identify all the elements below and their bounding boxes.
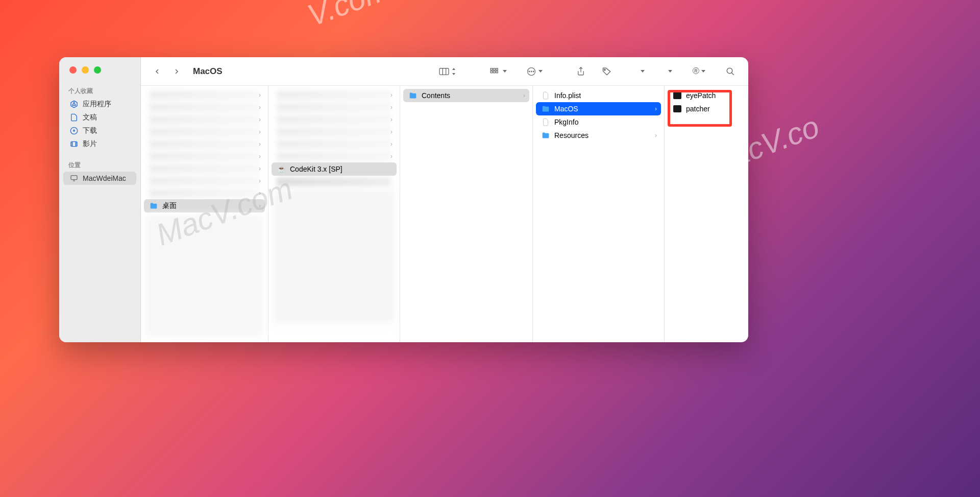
list-item-resources[interactable]: Resources › bbox=[536, 129, 661, 142]
sidebar-label: 下载 bbox=[83, 126, 97, 135]
folder-icon bbox=[149, 201, 158, 210]
svg-rect-4 bbox=[491, 68, 493, 70]
blurred-content bbox=[146, 215, 263, 337]
svg-point-15 bbox=[727, 68, 732, 74]
list-item[interactable]: › bbox=[272, 138, 397, 150]
view-columns-button[interactable] bbox=[434, 65, 460, 78]
minimize-button[interactable] bbox=[82, 66, 89, 74]
list-item-contents[interactable]: Contents › bbox=[403, 89, 529, 102]
list-item[interactable]: › bbox=[144, 113, 265, 126]
java-icon: ☕ bbox=[277, 164, 286, 174]
svg-rect-9 bbox=[496, 71, 498, 73]
window-controls bbox=[69, 66, 101, 74]
list-item[interactable]: › bbox=[144, 126, 265, 138]
list-item-pkginfo[interactable]: PkgInfo bbox=[536, 115, 661, 129]
movie-icon bbox=[69, 139, 79, 149]
action-button[interactable] bbox=[522, 64, 547, 79]
maximize-button[interactable] bbox=[94, 66, 101, 74]
list-item[interactable]: › bbox=[272, 89, 397, 101]
item-label: patcher bbox=[686, 105, 710, 113]
back-button[interactable] bbox=[150, 64, 164, 79]
list-item-codekit[interactable]: ☕ CodeKit 3.x [SP] bbox=[272, 162, 397, 176]
dropdown-1[interactable] bbox=[636, 68, 649, 75]
list-item[interactable]: › bbox=[144, 150, 265, 162]
sidebar-item-movies[interactable]: 影片 bbox=[63, 137, 136, 151]
list-item[interactable]: › bbox=[272, 113, 397, 126]
list-item[interactable]: › bbox=[144, 101, 265, 113]
list-item-eyepatch[interactable]: eyePatch bbox=[668, 89, 745, 102]
sidebar-label: 应用程序 bbox=[83, 100, 111, 109]
svg-rect-1 bbox=[71, 141, 77, 146]
svg-point-12 bbox=[529, 71, 530, 72]
svg-rect-2 bbox=[71, 176, 77, 180]
sidebar-section-locations: 位置 bbox=[59, 158, 140, 172]
exec-icon bbox=[673, 91, 682, 100]
exec-icon bbox=[673, 104, 682, 113]
folder-icon bbox=[408, 91, 418, 100]
sidebar-item-downloads[interactable]: 下载 bbox=[63, 124, 136, 137]
app-store-icon bbox=[69, 100, 79, 109]
list-item[interactable]: › bbox=[144, 89, 265, 101]
column-1[interactable]: › › › › › › › › › 桌面 › bbox=[141, 86, 268, 342]
column-5[interactable]: eyePatch patcher bbox=[665, 86, 748, 342]
svg-rect-5 bbox=[493, 68, 495, 70]
sidebar-label: MacWdeiMac bbox=[83, 174, 126, 182]
list-item[interactable]: › bbox=[272, 126, 397, 138]
toolbar: MacOS ® bbox=[141, 57, 748, 86]
sidebar-label: 文稿 bbox=[83, 113, 97, 122]
list-item[interactable]: › bbox=[144, 187, 265, 199]
sidebar-item-documents[interactable]: 文稿 bbox=[63, 111, 136, 124]
dropdown-2[interactable] bbox=[664, 68, 676, 75]
item-label: Info.plist bbox=[554, 91, 581, 100]
registered-button[interactable]: ® bbox=[689, 64, 709, 79]
window-title: MacOS bbox=[193, 66, 223, 77]
list-item-desktop[interactable]: 桌面 › bbox=[144, 199, 265, 212]
imac-icon bbox=[69, 174, 79, 183]
sidebar-label: 影片 bbox=[83, 139, 97, 149]
tags-button[interactable] bbox=[598, 64, 616, 79]
document-icon bbox=[541, 91, 550, 100]
item-label: eyePatch bbox=[686, 91, 716, 100]
list-item[interactable]: › bbox=[272, 101, 397, 113]
column-4[interactable]: Info.plist MacOS › PkgInfo Resources › bbox=[533, 86, 665, 342]
folder-icon bbox=[541, 131, 550, 140]
item-label: CodeKit 3.x [SP] bbox=[290, 165, 342, 173]
group-button[interactable] bbox=[485, 65, 511, 78]
list-item-macos[interactable]: MacOS › bbox=[536, 102, 661, 115]
sidebar: 个人收藏 应用程序 文稿 下载 影片 位置 MacWdeiMac bbox=[59, 57, 141, 342]
list-item[interactable] bbox=[272, 176, 397, 188]
item-label: Contents bbox=[422, 91, 450, 100]
document-icon bbox=[69, 113, 79, 122]
forward-button[interactable] bbox=[169, 64, 184, 79]
main-area: MacOS ® › › › › › › › › › bbox=[141, 57, 748, 342]
list-item[interactable]: › bbox=[144, 162, 265, 175]
list-item[interactable]: › bbox=[144, 138, 265, 150]
sidebar-item-apps[interactable]: 应用程序 bbox=[63, 98, 136, 111]
sidebar-section-favorites: 个人收藏 bbox=[59, 84, 140, 98]
list-item-patcher[interactable]: patcher bbox=[668, 102, 745, 115]
folder-icon bbox=[541, 104, 550, 113]
share-button[interactable] bbox=[572, 64, 590, 79]
download-icon bbox=[69, 126, 79, 135]
svg-rect-7 bbox=[491, 71, 493, 73]
column-2[interactable]: › › › › › › ☕ CodeKit 3.x [SP] bbox=[268, 86, 400, 342]
finder-window: 个人收藏 应用程序 文稿 下载 影片 位置 MacWdeiMac MacOS bbox=[59, 57, 748, 342]
list-item[interactable]: › bbox=[144, 175, 265, 187]
watermark: V.com bbox=[303, 0, 394, 33]
sidebar-item-computer[interactable]: MacWdeiMac bbox=[63, 172, 136, 185]
item-label: PkgInfo bbox=[554, 118, 578, 126]
svg-point-13 bbox=[533, 71, 534, 72]
list-item[interactable]: › bbox=[272, 150, 397, 162]
item-label: Resources bbox=[554, 131, 589, 139]
list-item-infoplist[interactable]: Info.plist bbox=[536, 89, 661, 102]
item-label: MacOS bbox=[554, 105, 578, 113]
blurred-content bbox=[274, 190, 395, 323]
search-button[interactable] bbox=[722, 65, 739, 78]
svg-point-14 bbox=[604, 69, 605, 70]
document-icon bbox=[541, 117, 550, 127]
svg-rect-6 bbox=[496, 68, 498, 70]
column-3[interactable]: Contents › bbox=[400, 86, 533, 342]
svg-rect-8 bbox=[493, 71, 495, 73]
close-button[interactable] bbox=[69, 66, 77, 74]
svg-point-11 bbox=[531, 71, 532, 72]
